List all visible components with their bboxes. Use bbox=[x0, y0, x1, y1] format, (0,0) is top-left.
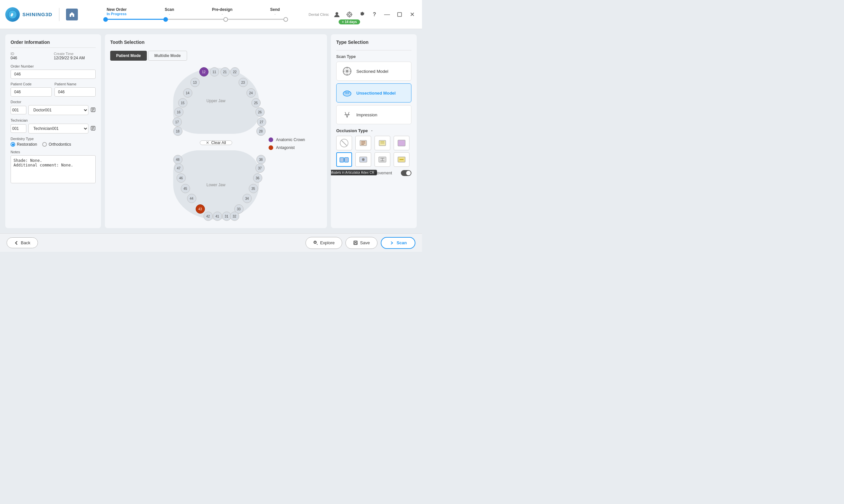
patient-name-input[interactable] bbox=[54, 87, 96, 96]
step-predesign-status: - bbox=[222, 12, 223, 16]
occlusion-btn-2[interactable] bbox=[355, 136, 371, 150]
trial-badge: + 14 days bbox=[339, 19, 360, 24]
clear-all-button[interactable]: ✕ Clear All bbox=[200, 140, 232, 145]
id-value: 046 bbox=[11, 56, 52, 60]
order-number-input[interactable] bbox=[11, 70, 96, 79]
legend-orange-dot bbox=[269, 145, 273, 150]
occlusion-btn-5[interactable]: Two Stone Models in Articulator Artex CR bbox=[336, 152, 352, 167]
maximize-icon[interactable] bbox=[395, 10, 404, 19]
tooth-16[interactable]: 16 bbox=[174, 107, 184, 117]
explore-label: Explore bbox=[320, 240, 334, 245]
unsectioned-model-card[interactable]: Unsectioned Model bbox=[336, 84, 411, 103]
orthodontics-radio[interactable]: Orthodontics bbox=[42, 142, 71, 147]
tooth-26[interactable]: 26 bbox=[255, 107, 264, 117]
create-time-value: 12/29/22 9:24 AM bbox=[54, 56, 96, 60]
order-info-title: Order Information bbox=[11, 39, 96, 48]
step-send-label: Send bbox=[270, 7, 280, 12]
scan-arrow-icon bbox=[389, 240, 395, 246]
order-info-panel: Order Information ID 046 Create Time 12/… bbox=[5, 34, 101, 228]
tooth-23[interactable]: 23 bbox=[239, 78, 248, 87]
tech-edit-icon[interactable] bbox=[90, 126, 96, 132]
tooth-34[interactable]: 34 bbox=[242, 194, 252, 203]
tooth-selection-panel: Tooth Selection Patient Mode Multidie Mo… bbox=[105, 34, 327, 228]
tooth-32[interactable]: 32 bbox=[230, 212, 239, 221]
titlebar: SHINING3D New Order In Progress Scan - P… bbox=[0, 0, 422, 29]
unsectioned-model-label: Unsectioned Model bbox=[356, 91, 396, 95]
minimize-icon[interactable]: — bbox=[382, 10, 392, 19]
user-icon[interactable] bbox=[332, 10, 342, 19]
tooth-46[interactable]: 46 bbox=[176, 174, 186, 183]
type-selection-panel: Type Selection Scan Type Sectioned Model bbox=[331, 34, 417, 228]
doctor-select[interactable]: Doctor001 bbox=[28, 105, 88, 115]
target-icon[interactable] bbox=[345, 10, 354, 19]
notes-group: Notes Shade: None. Additional comment: N… bbox=[11, 150, 96, 184]
tooth-35[interactable]: 35 bbox=[249, 184, 258, 193]
help-icon[interactable]: ? bbox=[370, 10, 379, 19]
svg-point-12 bbox=[346, 70, 348, 73]
sectioned-model-card[interactable]: Sectioned Model bbox=[336, 61, 411, 81]
doctor-code-input[interactable] bbox=[11, 106, 27, 114]
tech-code-input[interactable] bbox=[11, 124, 27, 133]
tooth-21[interactable]: 21 bbox=[220, 67, 230, 76]
occlusion-btn-8[interactable] bbox=[394, 152, 410, 167]
tooth-22[interactable]: 22 bbox=[230, 67, 240, 76]
impression-card[interactable]: Impression bbox=[336, 105, 411, 124]
scan-type-label: Scan Type bbox=[336, 54, 411, 59]
doctor-edit-icon[interactable] bbox=[90, 107, 96, 113]
tooth-17[interactable]: 17 bbox=[173, 118, 182, 127]
tooth-11[interactable]: 11 bbox=[210, 67, 219, 76]
restoration-radio[interactable]: Restoration bbox=[11, 142, 37, 147]
tooth-24[interactable]: 24 bbox=[246, 88, 256, 97]
patient-code-input[interactable] bbox=[11, 87, 52, 96]
close-icon[interactable]: ✕ bbox=[408, 10, 417, 19]
notes-textarea[interactable]: Shade: None. Additional comment: None. bbox=[11, 155, 96, 183]
tooth-48[interactable]: 48 bbox=[173, 155, 183, 164]
tooth-41[interactable]: 41 bbox=[213, 212, 222, 221]
occlusion-btn-7[interactable] bbox=[375, 152, 390, 167]
tooth-15[interactable]: 15 bbox=[178, 98, 187, 107]
multidie-mode-tab[interactable]: Multidie Mode bbox=[148, 51, 187, 61]
patient-mode-tab[interactable]: Patient Mode bbox=[110, 51, 147, 61]
explore-button[interactable]: Explore bbox=[306, 237, 342, 249]
tooth-44[interactable]: 44 bbox=[187, 194, 196, 203]
logo-icon[interactable] bbox=[5, 7, 20, 22]
tooth-13[interactable]: 13 bbox=[190, 78, 200, 87]
jaw-marker-toggle[interactable] bbox=[401, 170, 411, 176]
back-button[interactable]: Back bbox=[6, 237, 38, 248]
settings-icon[interactable] bbox=[357, 10, 366, 19]
tooth-37[interactable]: 37 bbox=[255, 163, 264, 173]
tech-select[interactable]: Technician001 bbox=[28, 124, 88, 133]
svg-point-3 bbox=[348, 14, 350, 16]
legend-anatomic-label: Anatomic Crown bbox=[276, 138, 305, 142]
svg-line-17 bbox=[342, 140, 347, 146]
scan-button[interactable]: Scan bbox=[381, 237, 415, 249]
tooth-38[interactable]: 38 bbox=[256, 155, 265, 164]
home-button[interactable] bbox=[66, 8, 78, 20]
tooth-27[interactable]: 27 bbox=[257, 118, 266, 127]
occlusion-btn-1[interactable] bbox=[336, 136, 352, 150]
occlusion-btn-6[interactable] bbox=[355, 152, 371, 167]
tooth-43[interactable]: 43 bbox=[196, 204, 205, 214]
restoration-radio-circle bbox=[11, 142, 15, 147]
tooth-45[interactable]: 45 bbox=[181, 184, 190, 193]
doctor-label: Doctor bbox=[11, 100, 96, 104]
occlusion-btn-4[interactable] bbox=[394, 136, 410, 150]
tooth-28[interactable]: 28 bbox=[256, 127, 265, 136]
tooth-25[interactable]: 25 bbox=[252, 98, 261, 107]
tooth-47[interactable]: 47 bbox=[174, 163, 184, 173]
svg-point-14 bbox=[345, 92, 347, 94]
sectioned-model-label: Sectioned Model bbox=[356, 69, 388, 74]
legend-anatomic-crown: Anatomic Crown bbox=[269, 138, 305, 142]
impression-label: Impression bbox=[356, 112, 377, 118]
tooth-14[interactable]: 14 bbox=[183, 88, 192, 97]
tooth-18[interactable]: 18 bbox=[173, 127, 183, 136]
doctor-row: Doctor001 bbox=[11, 105, 96, 115]
tech-row: Technician001 bbox=[11, 124, 96, 133]
occlusion-grid-row2: Two Stone Models in Articulator Artex CR bbox=[336, 152, 411, 167]
save-button[interactable]: Save bbox=[345, 237, 377, 249]
tooth-42[interactable]: 42 bbox=[204, 212, 213, 221]
tooth-36[interactable]: 36 bbox=[253, 174, 262, 183]
occlusion-btn-3[interactable] bbox=[375, 136, 390, 150]
tooth-12[interactable]: 12 bbox=[199, 67, 208, 76]
svg-point-13 bbox=[343, 91, 351, 96]
